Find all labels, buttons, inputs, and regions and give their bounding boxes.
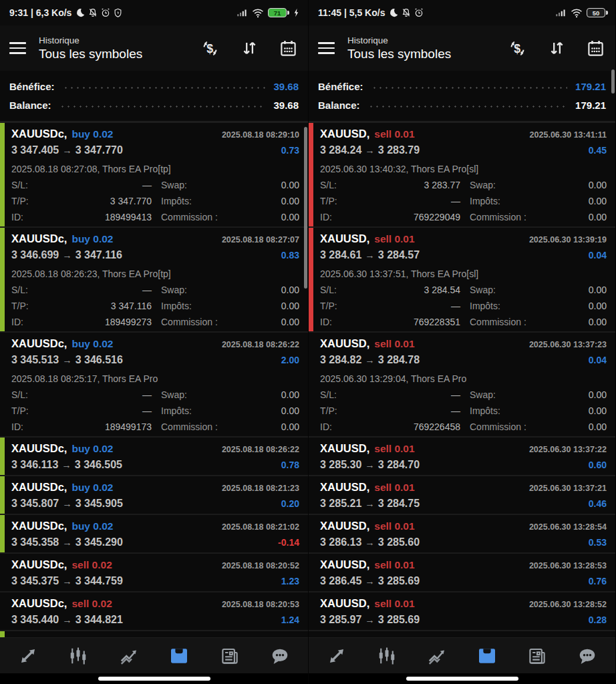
trade-profit: 0.46: [589, 497, 607, 511]
trade-side-volume: buy 0.02: [71, 337, 113, 351]
trade-close-time: 2025.06.30 13:37:23: [529, 338, 607, 352]
open-price: 3 347.405: [11, 144, 59, 156]
trade-side-volume: sell 0.02: [71, 596, 112, 611]
swap-value: 0.00: [240, 179, 299, 192]
trade-symbol: XAUUSD,: [320, 596, 369, 611]
status-bar: 9:31 | 6,3 Ko/s 71: [0, 0, 308, 25]
trade-symbol: XAUUSDc,: [11, 232, 67, 246]
tp-value: —: [363, 300, 460, 313]
chat-tab[interactable]: [265, 641, 295, 671]
trade-price-line: 3 284.61→3 284.570.04: [320, 248, 607, 263]
tp-label: T/P:: [320, 405, 363, 417]
currency-exchange-button[interactable]: $: [508, 39, 526, 57]
trade-arrows-tab[interactable]: [321, 641, 352, 671]
arrow-glyph: →: [59, 537, 75, 548]
trade-row[interactable]: XAUUSD,sell 0.012025.06.30 13:28:51→: [309, 631, 615, 637]
candlestick-chart-tab[interactable]: [371, 641, 402, 671]
trade-close-time: 2025.08.18 08:21:23: [222, 482, 299, 496]
id-value: 769226458: [363, 421, 460, 434]
scrollbar[interactable]: [611, 69, 615, 94]
tp-label: T/P:: [11, 195, 54, 208]
trade-arrows-tab[interactable]: [13, 641, 43, 671]
trade-row[interactable]: XAUUSDc,sell 0.022025.08.18 08:20:51→: [0, 631, 308, 637]
arrow-glyph: →: [59, 576, 75, 586]
trade-row[interactable]: XAUUSD,sell 0.012025.06.30 13:39:193 284…: [309, 228, 615, 333]
trade-row[interactable]: XAUUSDc,sell 0.022025.08.18 08:20:523 34…: [0, 554, 308, 592]
history-tray-tab[interactable]: [164, 641, 194, 671]
line-chart-tab[interactable]: [422, 641, 452, 671]
profit-row: Bénéfice: 39.68: [9, 81, 299, 92]
trade-row[interactable]: XAUUSD,sell 0.012025.06.30 13:37:233 284…: [309, 333, 615, 438]
trade-row[interactable]: XAUUSD,sell 0.012025.06.30 13:28:543 286…: [309, 515, 615, 554]
sort-arrows-button[interactable]: [548, 39, 565, 57]
open-price: 3 284.24: [320, 144, 361, 156]
trade-row[interactable]: XAUUSD,sell 0.012025.06.30 13:28:523 285…: [309, 592, 615, 631]
history-tray-tab[interactable]: [472, 641, 502, 671]
trade-close-time: 2025.08.18 08:20:51: [222, 637, 299, 637]
trade-side-volume: buy 0.02: [71, 442, 113, 456]
commission-value: 0.00: [240, 211, 299, 224]
sort-arrows-button[interactable]: [241, 39, 258, 57]
candlestick-chart-tab[interactable]: [63, 641, 94, 671]
arrow-glyph: →: [361, 460, 378, 470]
trade-side-volume: sell 0.01: [374, 480, 414, 494]
tax-label: Impôts:: [152, 300, 240, 313]
trade-row[interactable]: XAUUSDc,buy 0.022025.08.18 08:26:223 346…: [0, 438, 308, 476]
arrow-glyph: →: [361, 250, 378, 261]
trade-prices: 3 346.113→3 346.505: [11, 458, 122, 472]
swap-label: Swap:: [152, 389, 240, 401]
home-indicator[interactable]: [406, 677, 518, 681]
commission-value: 0.00: [549, 211, 607, 224]
trade-row[interactable]: XAUUSD,sell 0.012025.06.30 13:41:113 284…: [309, 123, 615, 228]
close-price: 3 344.759: [75, 575, 123, 586]
line-chart-tab[interactable]: [114, 641, 144, 671]
trade-symbol: XAUUSDc,: [11, 558, 67, 572]
news-tab[interactable]: [214, 641, 245, 671]
tax-label: Impôts:: [460, 405, 549, 417]
trade-side-volume: sell 0.01: [374, 337, 414, 351]
news-tab[interactable]: [522, 641, 553, 671]
trade-close-time: 2025.08.18 08:27:07: [222, 233, 299, 247]
id-value: 769229049: [363, 211, 460, 224]
calendar-button[interactable]: [279, 39, 297, 57]
currency-exchange-button[interactable]: $: [201, 39, 219, 57]
tp-label: T/P:: [11, 300, 54, 313]
balance-label: Balance:: [318, 100, 360, 111]
open-time-comment: 2025.08.18 08:26:23, Thors EA Pro[tp]: [11, 268, 299, 280]
id-label: ID:: [11, 316, 54, 329]
trade-row[interactable]: XAUUSDc,buy 0.022025.08.18 08:29:103 347…: [0, 123, 308, 228]
trade-row[interactable]: XAUUSD,sell 0.012025.06.30 13:37:213 285…: [309, 476, 615, 515]
chat-tab[interactable]: [572, 641, 603, 671]
menu-button[interactable]: [318, 42, 335, 53]
trade-row[interactable]: XAUUSDc,buy 0.022025.08.18 08:26:223 345…: [0, 333, 308, 438]
id-value: 769228351: [363, 316, 460, 329]
trade-close-time: 2025.06.30 13:28:53: [529, 559, 607, 573]
trade-profit: 0.28: [589, 613, 607, 627]
trade-row[interactable]: XAUUSD,sell 0.012025.06.30 13:37:223 285…: [309, 438, 615, 476]
scrollbar[interactable]: [304, 127, 307, 289]
trade-row[interactable]: XAUUSDc,buy 0.022025.08.18 08:27:073 346…: [0, 228, 308, 333]
close-price: 3 347.116: [75, 249, 122, 261]
trade-header-line: XAUUSDc,buy 0.022025.08.18 08:26:22: [11, 337, 299, 352]
tax-value: 0.00: [549, 300, 607, 313]
open-price: 3 284.82: [320, 354, 361, 365]
trade-row[interactable]: XAUUSDc,buy 0.022025.08.18 08:21:023 345…: [0, 515, 308, 554]
trade-prices: 3 345.807→3 345.905: [11, 496, 123, 511]
home-indicator[interactable]: [98, 677, 210, 681]
account-summary: Bénéfice: 179.21 Balance: 179.21: [309, 71, 615, 123]
trade-row[interactable]: XAUUSDc,buy 0.022025.08.18 08:21:233 345…: [0, 476, 308, 515]
trade-profit: 1.23: [281, 574, 299, 588]
trade-row[interactable]: XAUUSDc,sell 0.022025.08.18 08:20:533 34…: [0, 592, 308, 631]
calendar-button[interactable]: [587, 39, 605, 57]
trade-price-line: 3 347.405→3 347.7700.73: [11, 143, 299, 158]
trade-header-line: XAUUSDc,buy 0.022025.08.18 08:27:07: [11, 232, 299, 247]
trade-row[interactable]: XAUUSD,sell 0.012025.06.30 13:28:533 286…: [309, 554, 615, 592]
trade-prices: 3 284.24→3 283.79: [320, 143, 420, 158]
menu-button[interactable]: [9, 42, 26, 53]
trade-price-line: 3 345.807→3 345.9050.20: [11, 496, 299, 511]
trade-symbol: XAUUSD,: [320, 519, 369, 533]
trade-header-line: XAUUSD,sell 0.012025.06.30 13:37:21: [320, 480, 607, 496]
open-price: 3 345.513: [11, 354, 59, 365]
arrow-glyph: →: [59, 355, 75, 365]
open-time-comment: 2025.06.30 13:29:04, Thors EA Pro: [320, 373, 607, 385]
